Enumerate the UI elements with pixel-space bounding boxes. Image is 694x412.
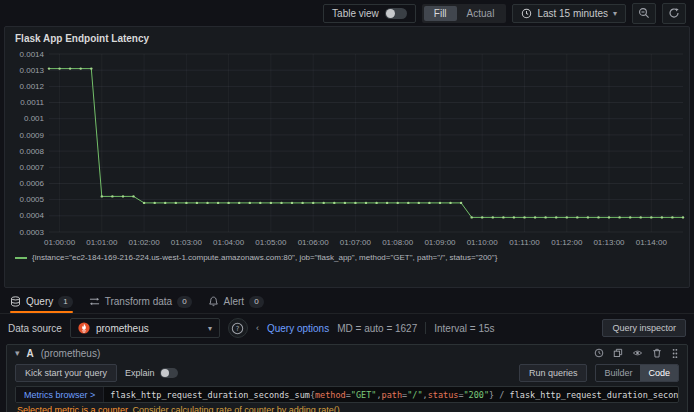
- svg-text:01:05:00: 01:05:00: [255, 238, 287, 247]
- fill-actual-group: Fill Actual: [422, 4, 507, 23]
- tab-alert[interactable]: Alert 0: [208, 290, 264, 313]
- query-row-header: ▾ A (prometheus): [7, 345, 687, 361]
- svg-text:01:00:00: 01:00:00: [44, 238, 76, 247]
- history-icon[interactable]: [594, 348, 604, 358]
- tab-alert-label: Alert: [224, 296, 245, 307]
- builder-option[interactable]: Builder: [596, 365, 640, 381]
- tab-transform-label: Transform data: [105, 296, 172, 307]
- drag-handle-grip-icon[interactable]: [671, 348, 679, 359]
- builder-code-switch: Builder Code: [595, 364, 679, 382]
- query-options-chevron-icon[interactable]: ‹: [256, 323, 259, 333]
- datasource-help-button[interactable]: ?: [228, 318, 248, 338]
- time-range-label: Last 15 minutes: [537, 8, 608, 19]
- zoom-out-time-button[interactable]: [632, 3, 656, 24]
- database-icon: [10, 296, 21, 307]
- collapse-chevron-icon[interactable]: ▾: [15, 348, 20, 358]
- svg-text:0.0012: 0.0012: [20, 82, 45, 91]
- actual-button[interactable]: Actual: [457, 6, 505, 21]
- svg-text:01:06:00: 01:06:00: [298, 238, 330, 247]
- svg-text:0.0013: 0.0013: [20, 66, 45, 75]
- svg-text:0.0011: 0.0011: [20, 98, 44, 107]
- prometheus-icon: [78, 322, 90, 334]
- tab-alert-count: 0: [249, 296, 263, 308]
- svg-text:0.0004: 0.0004: [20, 211, 45, 220]
- table-view-label: Table view: [332, 8, 379, 19]
- metrics-browser-button[interactable]: Metrics browser >: [16, 387, 104, 402]
- delete-trash-icon[interactable]: [652, 348, 662, 358]
- tab-query-count: 1: [58, 296, 72, 308]
- panel-title: Flask App Endpoint Latency: [5, 27, 689, 46]
- add-rate-link[interactable]: Consider calculating rate of counter by …: [133, 405, 343, 412]
- transform-icon: [89, 296, 100, 307]
- legend-series-label: {instance="ec2-184-169-216-224.us-west-1…: [32, 253, 497, 262]
- explain-control: Explain: [125, 368, 178, 378]
- svg-text:01:14:00: 01:14:00: [636, 238, 668, 247]
- table-view-toggle[interactable]: [385, 8, 407, 19]
- svg-text:0.0009: 0.0009: [20, 131, 45, 140]
- counter-warning: Selected metric is a counter. Consider c…: [7, 403, 687, 412]
- svg-text:0.0014: 0.0014: [20, 50, 45, 59]
- tab-query[interactable]: Query 1: [10, 290, 73, 313]
- svg-text:0.0008: 0.0008: [20, 147, 45, 156]
- refresh-button[interactable]: [662, 3, 686, 24]
- interval-summary: Interval = 15s: [434, 323, 494, 334]
- svg-text:01:12:00: 01:12:00: [551, 238, 583, 247]
- svg-text:01:03:00: 01:03:00: [171, 238, 203, 247]
- time-range-picker[interactable]: Last 15 minutes ▾: [512, 4, 626, 23]
- svg-text:0.001: 0.001: [24, 114, 45, 123]
- table-view-control[interactable]: Table view: [323, 4, 416, 23]
- query-editor-card: ▾ A (prometheus) Kick start your query E…: [6, 344, 688, 412]
- query-actions-row: Kick start your query Explain Run querie…: [7, 361, 687, 385]
- svg-text:01:09:00: 01:09:00: [424, 238, 456, 247]
- svg-text:0.0003: 0.0003: [20, 228, 45, 237]
- clock-icon: [521, 8, 532, 19]
- magnifier-minus-icon: [638, 7, 650, 19]
- datasource-label: Data source: [8, 323, 62, 334]
- svg-text:0.0007: 0.0007: [20, 163, 45, 172]
- warning-text: Selected metric is a counter.: [17, 405, 130, 412]
- datasource-row: Data source prometheus ▾ ? ‹ Query optio…: [0, 314, 694, 342]
- duplicate-icon[interactable]: [613, 348, 623, 358]
- chevron-down-icon: ▾: [613, 9, 617, 18]
- svg-text:01:07:00: 01:07:00: [340, 238, 372, 247]
- explain-label: Explain: [125, 368, 155, 378]
- svg-text:01:02:00: 01:02:00: [129, 238, 161, 247]
- hide-response-eye-icon[interactable]: [632, 348, 643, 358]
- svg-text:01:08:00: 01:08:00: [382, 238, 414, 247]
- code-option[interactable]: Code: [640, 365, 678, 381]
- legend-series-color: [15, 257, 27, 259]
- svg-text:0.0005: 0.0005: [20, 195, 45, 204]
- promql-query-input[interactable]: flask_http_request_duration_seconds_sum{…: [104, 390, 679, 400]
- query-options-toggle[interactable]: Query options: [267, 323, 329, 334]
- query-code-row: Metrics browser > flask_http_request_dur…: [15, 386, 679, 403]
- query-row-actions: [594, 348, 679, 359]
- query-inspector-button[interactable]: Query inspector: [602, 319, 686, 337]
- bell-icon: [208, 296, 219, 307]
- kick-start-query-button[interactable]: Kick start your query: [15, 364, 117, 382]
- divider: [425, 322, 426, 334]
- fill-button[interactable]: Fill: [424, 6, 457, 21]
- tab-query-label: Query: [26, 296, 53, 307]
- svg-text:01:13:00: 01:13:00: [593, 238, 625, 247]
- svg-text:?: ?: [236, 324, 240, 332]
- chart-legend[interactable]: {instance="ec2-184-169-216-224.us-west-1…: [5, 252, 689, 262]
- editor-toolbar: Table view Fill Actual Last 15 minutes ▾: [0, 0, 694, 26]
- run-queries-button[interactable]: Run queries: [519, 364, 588, 382]
- query-ref-id: A: [27, 348, 34, 359]
- max-data-points-summary: MD = auto = 1627: [337, 323, 417, 334]
- refresh-icon: [668, 7, 680, 19]
- latency-chart[interactable]: 0.00140.00130.00120.00110.0010.00090.000…: [5, 46, 689, 252]
- chevron-down-icon: ▾: [208, 324, 212, 333]
- svg-text:0.0006: 0.0006: [20, 179, 45, 188]
- tab-transform-data[interactable]: Transform data 0: [89, 290, 192, 313]
- svg-text:01:10:00: 01:10:00: [467, 238, 499, 247]
- query-datasource-hint: (prometheus): [41, 348, 100, 359]
- latency-panel: Flask App Endpoint Latency 0.00140.00130…: [4, 26, 690, 288]
- datasource-picker[interactable]: prometheus ▾: [70, 318, 220, 338]
- explain-toggle[interactable]: [160, 368, 178, 378]
- svg-text:01:04:00: 01:04:00: [213, 238, 245, 247]
- datasource-value: prometheus: [96, 323, 149, 334]
- editor-tabs: Query 1 Transform data 0 Alert 0: [0, 290, 694, 314]
- tab-transform-count: 0: [177, 296, 191, 308]
- svg-text:01:11:00: 01:11:00: [509, 238, 540, 247]
